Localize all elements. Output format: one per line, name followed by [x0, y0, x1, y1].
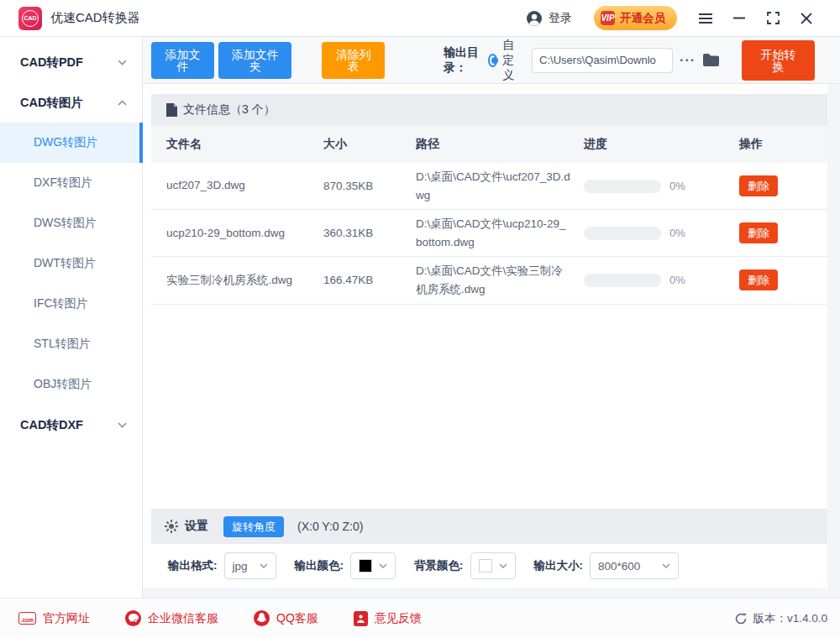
login-label: 登录: [549, 11, 572, 26]
delete-button[interactable]: 删除: [739, 269, 778, 290]
chevron-up-icon: [118, 100, 127, 106]
wechat-service-link[interactable]: 企业微信客服: [125, 610, 218, 626]
table-header: 文件名 大小 路径 进度 操作: [151, 126, 827, 163]
toolbar: 添加文件 添加文件夹 清除列表 输出目录： 自定义 ··· 开始转换: [143, 37, 840, 84]
content-column: 文件信息（3 个） 文件名 大小 路径 进度 操作 ucf207_3D.dwg …: [143, 84, 827, 588]
link-label: QQ客服: [276, 611, 318, 626]
official-website-link[interactable]: .com 官方网址: [18, 611, 90, 626]
sidebar: CAD转PDF CAD转图片 DWG转图片 DXF转图片 DWS转图片 DWT转…: [0, 37, 143, 598]
menu-icon[interactable]: [689, 6, 722, 31]
sidebar-item-stl-to-image[interactable]: STL转图片: [0, 324, 142, 364]
sidebar-item-dwg-to-image[interactable]: DWG转图片: [0, 123, 142, 163]
delete-button[interactable]: 删除: [739, 222, 778, 243]
app-title: 优速CAD转换器: [50, 10, 140, 26]
bg-color-swatch: [479, 559, 492, 573]
progress-cell: 0%: [584, 274, 739, 287]
output-directory-group: 输出目录： 自定义 ···: [444, 38, 720, 83]
sidebar-item-dws-to-image[interactable]: DWS转图片: [0, 203, 142, 243]
sidebar-item-dwt-to-image[interactable]: DWT转图片: [0, 243, 142, 284]
output-color-swatch: [359, 559, 372, 573]
feedback-link[interactable]: 意见反馈: [354, 611, 422, 626]
bg-color-select[interactable]: [470, 552, 516, 579]
vip-icon: VIP: [601, 11, 615, 25]
sidebar-group-cad-to-image[interactable]: CAD转图片: [0, 82, 142, 123]
add-file-button[interactable]: 添加文件: [151, 42, 214, 79]
custom-path-label: 自定义: [502, 38, 524, 83]
table-row: 实验三制冷机房系统.dwg 166.47KB D:\桌面\CAD文件\实验三制冷…: [151, 257, 827, 304]
chevron-down-icon: [662, 563, 670, 568]
file-size: 166.47KB: [323, 274, 416, 286]
app-window: CAD 优速CAD转换器 登录 VIP 开通会员: [0, 0, 840, 638]
close-icon[interactable]: [790, 6, 823, 31]
settings-bar: 设置 旋转角度 (X:0 Y:0 Z:0): [151, 509, 827, 544]
vip-label: 开通会员: [620, 11, 665, 26]
col-size: 大小: [323, 137, 416, 152]
sidebar-item-ifc-to-image[interactable]: IFC转图片: [0, 284, 142, 324]
delete-button[interactable]: 删除: [739, 175, 778, 196]
start-convert-button[interactable]: 开始转换: [742, 40, 815, 81]
sidebar-group-cad-to-pdf[interactable]: CAD转PDF: [0, 42, 142, 82]
custom-path-radio[interactable]: [488, 54, 497, 67]
output-directory-label: 输出目录：: [444, 45, 480, 76]
output-size-select[interactable]: 800*600: [590, 552, 679, 579]
rotation-xyz-value: (X:0 Y:0 Z:0): [297, 520, 363, 533]
version-info: 版本：v1.4.0.0: [735, 611, 827, 626]
document-icon: [166, 103, 177, 117]
rotate-angle-button[interactable]: 旋转角度: [223, 516, 284, 537]
col-progress: 进度: [584, 137, 739, 152]
output-options-row: 输出格式: jpg 输出颜色: 背景颜色:: [151, 544, 827, 588]
footer: .com 官方网址 企业微信客服 QQ客服 意见反馈 版本：v1.4.0.0: [0, 598, 840, 638]
chevron-down-icon: [499, 563, 507, 568]
app-body: CAD转PDF CAD转图片 DWG转图片 DXF转图片 DWS转图片 DWT转…: [0, 37, 840, 598]
titlebar-right: 登录 VIP 开通会员: [526, 6, 823, 31]
login-button[interactable]: 登录: [526, 10, 572, 27]
website-com-icon: .com: [18, 612, 36, 625]
sidebar-item-dxf-to-image[interactable]: DXF转图片: [0, 163, 142, 203]
qq-service-link[interactable]: QQ客服: [254, 610, 318, 626]
link-label: 意见反馈: [375, 611, 422, 626]
file-path: D:\桌面\CAD文件\ucf207_3D.dwg: [416, 168, 584, 204]
window-controls: [689, 6, 823, 31]
app-logo-icon: CAD: [18, 7, 42, 30]
file-name: ucp210-29_bottom.dwg: [166, 225, 323, 242]
output-path-input[interactable]: [532, 48, 673, 73]
file-path: D:\桌面\CAD文件\实验三制冷机房系统.dwg: [416, 262, 584, 298]
version-label: 版本：v1.4.0.0: [753, 611, 827, 626]
chevron-down-icon: [260, 563, 268, 568]
browse-dots-button[interactable]: ···: [680, 53, 696, 68]
chevron-down-icon: [118, 422, 127, 428]
sidebar-group-cad-to-dxf[interactable]: CAD转DXF: [0, 405, 142, 445]
col-action: 操作: [739, 137, 827, 152]
sidebar-item-obj-to-image[interactable]: OBJ转图片: [0, 364, 142, 405]
chevron-down-icon: [118, 60, 127, 65]
output-color-select[interactable]: [350, 552, 396, 579]
file-size: 870.35KB: [323, 180, 416, 192]
col-filename: 文件名: [166, 137, 323, 152]
open-folder-icon[interactable]: [702, 53, 720, 67]
refresh-icon[interactable]: [735, 613, 747, 625]
feedback-icon: [354, 611, 368, 626]
table-row: ucp210-29_bottom.dwg 360.31KB D:\桌面\CAD文…: [151, 210, 827, 257]
output-format-value: jpg: [233, 560, 248, 573]
vip-button[interactable]: VIP 开通会员: [594, 6, 677, 30]
output-size-label: 输出大小:: [534, 558, 584, 573]
bottom-strip: [143, 588, 840, 598]
output-format-select[interactable]: jpg: [224, 552, 276, 579]
file-info-bar: 文件信息（3 个）: [151, 94, 827, 126]
qq-service-icon: [254, 610, 270, 626]
maximize-icon[interactable]: [756, 6, 790, 31]
output-size-value: 800*600: [598, 560, 640, 573]
minimize-icon[interactable]: [722, 6, 756, 31]
titlebar: CAD 优速CAD转换器 登录 VIP 开通会员: [0, 0, 840, 37]
logo-cad-text: CAD: [22, 10, 39, 27]
bg-color-label: 背景颜色:: [414, 558, 464, 573]
progress-cell: 0%: [584, 227, 739, 240]
progress-label: 0%: [669, 274, 685, 286]
clear-list-button[interactable]: 清除列表: [322, 42, 385, 79]
brand: CAD 优速CAD转换器: [18, 7, 140, 30]
add-folder-button[interactable]: 添加文件夹: [218, 42, 291, 79]
action-cell: 删除: [739, 222, 827, 243]
main-panel: 添加文件 添加文件夹 清除列表 输出目录： 自定义 ··· 开始转换: [143, 37, 840, 598]
main-lower: 文件信息（3 个） 文件名 大小 路径 进度 操作 ucf207_3D.dwg …: [143, 84, 840, 588]
progress-bar: [584, 180, 661, 193]
